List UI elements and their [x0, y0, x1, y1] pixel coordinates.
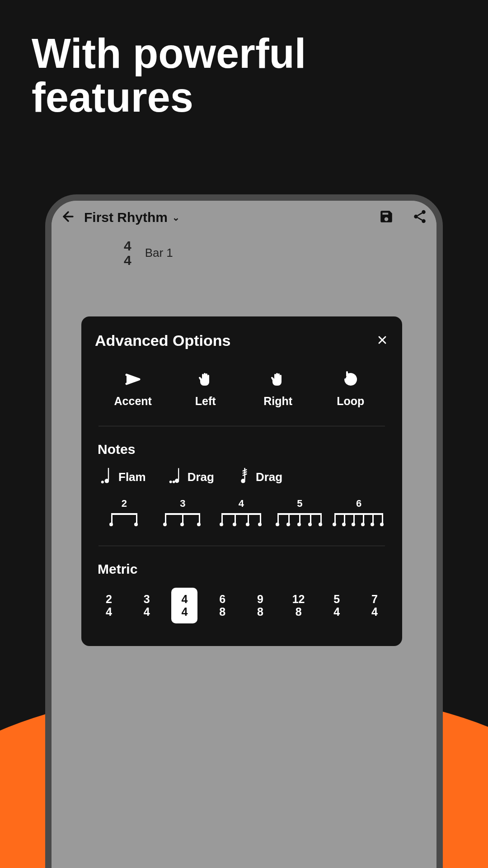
loop-button[interactable]: Loop: [324, 369, 378, 408]
metric-3-4-button[interactable]: 3 4: [134, 588, 160, 623]
svg-point-43: [319, 523, 322, 526]
svg-rect-24: [221, 513, 261, 515]
svg-point-0: [422, 210, 426, 214]
svg-point-41: [297, 523, 301, 526]
metric-6-8-button[interactable]: 6 8: [209, 588, 235, 623]
metric-9-8-button[interactable]: 9 8: [247, 588, 273, 623]
svg-rect-36: [299, 513, 300, 523]
note-label: Flam: [118, 470, 146, 484]
metric-5-4-button[interactable]: 5 4: [324, 588, 350, 623]
metric-bottom: 4: [182, 606, 188, 618]
svg-rect-49: [372, 513, 374, 523]
metric-12-8-button[interactable]: 12 8: [285, 588, 312, 623]
metric-bottom: 4: [371, 606, 378, 618]
svg-point-29: [220, 523, 223, 526]
app-title-text: First Rhythm: [84, 210, 168, 225]
metric-bottom: 4: [333, 606, 340, 618]
tuplet-5-icon: [275, 512, 324, 529]
action-label: Accent: [114, 395, 152, 408]
loop-icon: [342, 369, 360, 389]
svg-rect-45: [334, 513, 336, 523]
svg-rect-28: [260, 513, 261, 523]
tuplet-row: 2 3 4 5 6: [95, 498, 389, 529]
svg-point-30: [233, 523, 236, 526]
metric-top: 5: [333, 593, 340, 606]
drag-note-button[interactable]: Drag: [169, 468, 214, 486]
svg-rect-14: [136, 513, 137, 523]
accent-button[interactable]: Accent: [106, 369, 160, 408]
tuplet-5-button[interactable]: 5: [273, 498, 327, 529]
drag-note-icon: [169, 468, 181, 486]
metric-7-4-button[interactable]: 7 4: [361, 588, 388, 623]
svg-rect-34: [277, 513, 279, 523]
svg-point-42: [308, 523, 312, 526]
modal-header: Advanced Options: [95, 332, 389, 349]
share-icon[interactable]: [412, 209, 427, 226]
svg-rect-20: [199, 513, 200, 523]
tuplet-number: 3: [180, 498, 185, 509]
metric-2-4-button[interactable]: 2 4: [96, 588, 122, 623]
divider: [99, 546, 385, 546]
flam-note-icon: [99, 468, 112, 486]
svg-point-23: [197, 523, 201, 526]
tuplet-3-icon: [162, 512, 203, 529]
metric-top: 9: [257, 593, 263, 606]
app-header: First Rhythm ⌄: [52, 201, 436, 234]
action-label: Left: [195, 395, 216, 408]
action-label: Right: [263, 395, 292, 408]
svg-point-15: [109, 523, 113, 526]
svg-point-56: [380, 523, 384, 526]
right-hand-button[interactable]: Right: [251, 369, 305, 408]
svg-point-54: [361, 523, 365, 526]
metric-top: 2: [106, 593, 112, 606]
close-icon[interactable]: [376, 334, 389, 348]
left-hand-button[interactable]: Left: [178, 369, 233, 408]
note-label: Drag: [256, 470, 282, 484]
svg-point-2: [422, 219, 426, 223]
metric-top: 3: [144, 593, 150, 606]
time-signature[interactable]: 4 4: [124, 239, 131, 267]
back-icon[interactable]: [61, 209, 76, 226]
metric-bottom: 8: [219, 606, 225, 618]
svg-point-40: [286, 523, 290, 526]
flam-note-button[interactable]: Flam: [99, 468, 146, 486]
divider: [99, 426, 385, 426]
accent-icon: [124, 369, 142, 389]
tuplet-number: 5: [297, 498, 302, 509]
metric-4-4-button[interactable]: 4 4: [171, 588, 197, 623]
action-label: Loop: [337, 395, 364, 408]
svg-point-11: [241, 479, 245, 483]
hand-icon: [197, 369, 215, 389]
bar-label: Bar 1: [145, 246, 173, 260]
metric-section-title: Metric: [95, 561, 389, 577]
svg-point-7: [175, 479, 179, 483]
tuplet-number: 2: [122, 498, 127, 509]
chevron-down-icon: ⌄: [172, 212, 180, 223]
svg-rect-37: [310, 513, 311, 523]
tuplet-6-button[interactable]: 6: [332, 498, 386, 529]
svg-rect-3: [108, 468, 109, 480]
metric-row: 2 4 3 4 4 4 6 8 9 8 12 8 5 4 7 4: [95, 588, 389, 623]
svg-rect-25: [221, 513, 223, 523]
svg-rect-12: [111, 513, 137, 515]
tuplet-3-button[interactable]: 3: [156, 498, 210, 529]
svg-rect-6: [178, 468, 179, 480]
tuplet-2-button[interactable]: 2: [98, 498, 151, 529]
notes-section-title: Notes: [95, 442, 389, 457]
svg-point-8: [169, 481, 172, 483]
tuplet-4-button[interactable]: 4: [215, 498, 268, 529]
action-row: Accent Left Right Loop: [95, 369, 389, 408]
drag-roll-button[interactable]: Drag: [237, 468, 282, 486]
app-title-dropdown[interactable]: First Rhythm ⌄: [84, 210, 180, 225]
tuplet-4-icon: [219, 512, 264, 529]
svg-rect-35: [288, 513, 290, 523]
metric-top: 6: [219, 593, 225, 606]
svg-point-55: [371, 523, 374, 526]
marketing-headline: With powerful features: [0, 0, 488, 119]
svg-point-1: [414, 215, 418, 219]
svg-point-5: [101, 481, 104, 483]
svg-point-16: [134, 523, 138, 526]
save-icon[interactable]: [379, 209, 394, 226]
svg-rect-50: [382, 513, 383, 523]
svg-point-4: [105, 479, 109, 483]
